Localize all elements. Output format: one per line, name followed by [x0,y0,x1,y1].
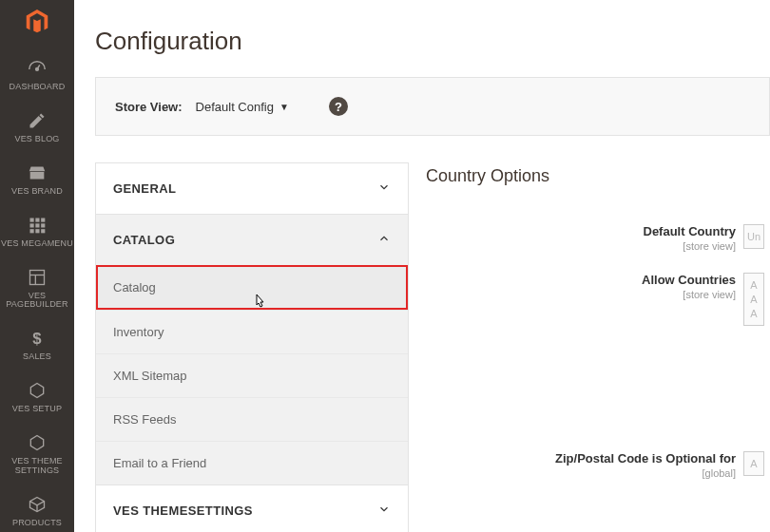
config-section-ves-themesettings: VES THEMESETTINGS [96,485,408,532]
config-section-catalog: CATALOG Catalog Inventory XML Sitemap RS… [96,215,408,485]
svg-rect-7 [41,223,45,227]
sidebar-item-ves-megamenu[interactable]: VES MEGAMENU [0,206,74,258]
section-label: VES THEMESETTINGS [113,504,253,518]
section-head-catalog[interactable]: CATALOG [96,215,408,265]
sidebar-item-ves-blog[interactable]: VES BLOG [0,102,74,154]
nav-label: PRODUCTS [12,519,62,528]
svg-rect-2 [30,218,34,221]
cube-icon [26,493,48,516]
subitem-label: Catalog [113,280,156,294]
svg-rect-3 [35,218,39,221]
svg-rect-8 [30,229,34,233]
subitem-rss-feeds[interactable]: RSS Feeds [96,397,408,441]
magento-logo-icon[interactable] [22,8,52,36]
zip-optional-select[interactable]: A [743,451,764,476]
sidebar-item-products[interactable]: PRODUCTS [0,485,74,532]
hex-icon [26,379,48,402]
sidebar-item-ves-pagebuilder[interactable]: VES PAGEBUILDER [0,258,74,320]
nav-label: VES BLOG [14,135,59,144]
subitem-label: RSS Feeds [113,412,176,427]
catalog-subitems: Catalog Inventory XML Sitemap RSS Feeds … [96,265,408,484]
subitem-label: Inventory [113,325,164,339]
caret-down-icon: ▼ [279,102,289,112]
subitem-email-to-friend[interactable]: Email to a Friend [96,441,408,484]
nav-label: SALES [23,352,51,362]
svg-rect-5 [30,223,34,227]
nav-label: VES THEME SETTINGS [0,457,74,476]
dashboard-icon [26,57,48,80]
sidebar-item-sales[interactable]: $ SALES [0,319,74,371]
store-view-value: Default Config [196,100,274,114]
config-form: Country Options Default Country [store v… [426,162,770,532]
nav-label: VES SETUP [12,405,62,414]
main-content: Configuration Store View: Default Config… [74,0,770,532]
nav-label: VES PAGEBUILDER [0,292,74,311]
store-icon [26,162,48,184]
store-view-label: Store View: [115,100,183,114]
field-zip-optional: Zip/Postal Code is Optional for [global]… [426,451,770,479]
nav-label: DASHBOARD [10,83,66,92]
default-country-select[interactable]: Un [743,224,764,249]
config-section-general: GENERAL [96,163,408,215]
grid-icon [26,214,48,237]
subitem-catalog[interactable]: Catalog [96,265,408,310]
field-label: Zip/Postal Code is Optional for [555,451,736,466]
svg-rect-9 [35,229,39,233]
sidebar-item-ves-setup[interactable]: VES SETUP [0,371,74,424]
subitem-label: XML Sitemap [113,369,187,383]
svg-rect-6 [35,223,39,227]
chevron-up-icon [377,232,391,248]
config-nav: GENERAL CATALOG Catalog Inventory XML Si… [95,162,409,532]
allow-countries-multiselect[interactable]: AAA [743,273,764,326]
pencil-icon [26,109,48,132]
svg-text:$: $ [32,330,42,348]
subitem-label: Email to a Friend [113,456,206,470]
field-scope: [store view] [683,289,736,300]
svg-marker-15 [30,384,43,398]
section-heading: Country Options [426,166,770,186]
field-allow-countries: Allow Countries [store view] AAA [426,273,770,326]
chevron-down-icon [377,180,391,197]
sidebar-item-dashboard[interactable]: DASHBOARD [0,49,74,102]
nav-label: VES MEGAMENU [1,239,73,249]
dollar-icon: $ [26,327,48,350]
store-view-selector[interactable]: Default Config ▼ [196,100,289,114]
field-scope: [store view] [683,240,736,252]
svg-marker-16 [30,436,43,450]
nav-label: VES BRAND [11,187,63,197]
section-head-general[interactable]: GENERAL [96,163,408,214]
section-label: CATALOG [113,233,175,247]
help-icon[interactable]: ? [329,97,348,116]
subitem-xml-sitemap[interactable]: XML Sitemap [96,353,408,397]
hex-icon [26,431,48,454]
svg-rect-10 [41,229,45,233]
store-view-bar: Store View: Default Config ▼ ? [95,77,770,136]
field-scope: [global] [703,467,736,479]
layout-icon [26,266,48,289]
svg-rect-11 [30,270,45,284]
chevron-down-icon [377,503,391,519]
section-head-ves-themesettings[interactable]: VES THEMESETTINGS [96,485,408,532]
svg-rect-4 [41,218,45,221]
section-label: GENERAL [113,181,176,196]
subitem-inventory[interactable]: Inventory [96,310,408,353]
field-label: Default Country [644,224,737,238]
admin-sidebar: DASHBOARD VES BLOG VES BRAND VES MEGAMEN… [0,0,74,532]
field-label: Allow Countries [642,273,736,287]
sidebar-item-ves-brand[interactable]: VES BRAND [0,154,74,206]
page-title: Configuration [95,27,770,56]
field-default-country: Default Country [store view] Un [426,224,770,252]
sidebar-item-ves-theme-settings[interactable]: VES THEME SETTINGS [0,424,74,485]
